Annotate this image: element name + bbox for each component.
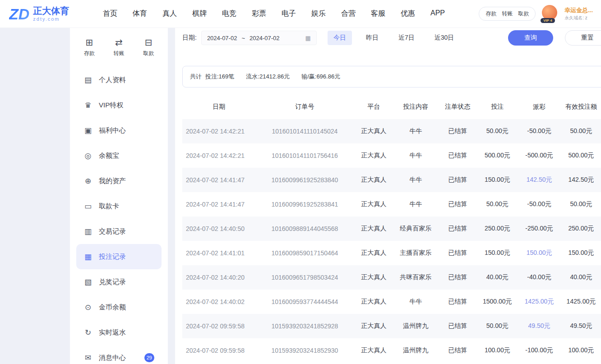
cell-date: 2024-07-02 14:42:21 [182,119,255,143]
cell-valid-amount: 250.00元 [561,217,601,241]
sidebar-item[interactable]: ▤ 个人资料 [76,67,162,92]
cell-payout: -50.00元 [517,119,561,143]
sidebar-item[interactable]: ♛ VIP特权 [76,92,162,118]
nav-item[interactable]: 客服 [371,9,385,18]
nav-item[interactable]: 合营 [341,9,356,18]
sidebar-item[interactable]: ⊙ 金币余额 [76,295,162,320]
table-row: 2024-07-02 14:41:47 1016009961925283841 … [182,192,601,217]
sidebar-item[interactable]: ▥ 交易记录 [76,219,162,244]
sidebar-item-label: 我的资产 [99,177,126,185]
yuebao-icon: ◎ [83,151,92,161]
quick-action-label: 转账 [113,50,124,57]
sidebar-item[interactable]: ⊕ 我的资产 [76,168,162,194]
quick-action[interactable]: ⇄ 转账 [113,38,124,57]
quick-date-ranges: 今日昨日近7日近30日 [328,31,460,45]
table-header-cell: 注单状态 [438,95,477,119]
profile-icon: ▤ [83,75,92,85]
calendar-icon [305,35,311,41]
sidebar-item[interactable]: ▧ 兑奖记录 [76,269,162,295]
wallet-link[interactable]: 取款 [518,10,529,18]
table-header-row: 日期订单号平台投注内容注单状态投注派彩有效投注额 [182,95,601,119]
sidebar-item[interactable]: ◎ 余额宝 [76,143,162,168]
table-header-cell: 平台 [354,95,393,119]
main-nav: 首页体育真人棋牌电竞彩票电子娱乐合营客服优惠APP [103,9,445,18]
nav-item[interactable]: 娱乐 [311,9,326,18]
messages-icon: ✉ [83,353,92,363]
cell-bet-content: 牛牛 [394,119,438,143]
sidebar-item-label: 消息中心 [99,354,126,362]
table-header-cell: 订单号 [255,95,354,119]
cell-order-number: 1016010141110145024 [255,119,354,143]
cell-order-number: 1016009889144045568 [255,217,354,241]
brand-logo-icon: ZD [9,6,29,22]
date-range-button[interactable]: 近30日 [429,31,460,45]
cell-valid-amount: 50.00元 [561,192,601,217]
sidebar-item[interactable]: ▭ 取款卡 [76,194,162,219]
date-range-picker[interactable]: 2024-07-02 ~ 2024-07-02 [201,31,317,45]
page: ZD 正大体育 zdty.com 首页体育真人棋牌电竞彩票电子娱乐合营客服优惠A… [0,0,601,364]
sidebar-item-label: 投注记录 [99,253,126,261]
cell-order-number: 1016009961925283840 [255,168,354,192]
date-range-button[interactable]: 近7日 [393,31,421,45]
vip-badge: VIP 4 [541,18,555,23]
sidebar-item[interactable]: ↻ 实时返水 [76,320,162,345]
nav-item[interactable]: 真人 [162,9,177,18]
sidebar-item-label: VIP特权 [99,101,123,110]
nav-item[interactable]: 彩票 [252,9,266,18]
cell-valid-amount: 100.00元 [561,338,601,363]
cell-status: 已结算 [438,241,477,265]
table-row: 2024-07-02 14:40:50 1016009889144045568 … [182,217,601,241]
nav-item[interactable]: 电子 [282,9,296,18]
bet-records-table: 日期订单号平台投注内容注单状态投注派彩有效投注额 2024-07-02 14:4… [182,95,601,363]
sidebar-item[interactable]: ▣ 福利中心 [76,118,162,143]
table-row: 2024-07-02 09:59:58 1015939203241852930 … [182,338,601,363]
nav-item[interactable]: 首页 [103,9,117,18]
cell-platform: 正大真人 [354,290,393,314]
cell-date: 2024-07-02 14:40:50 [182,217,255,241]
wallet-link[interactable]: 转账 [502,10,513,18]
cell-date: 2024-07-02 14:41:47 [182,168,255,192]
sidebar-item[interactable]: ✉ 消息中心 29 [76,345,162,364]
reset-button[interactable]: 重置 [565,30,601,46]
cell-status: 已结算 [438,265,477,290]
cell-bet-amount: 150.00元 [477,168,517,192]
cell-valid-amount: 142.50元 [561,168,601,192]
cell-date: 2024-07-02 09:59:58 [182,314,255,338]
cell-bet-amount: 50.00元 [477,192,517,217]
cell-order-number: 1016009961925283841 [255,192,354,217]
wallet-link[interactable]: 存款 [485,10,496,18]
table-row: 2024-07-02 14:41:01 1016009859017150464 … [182,241,601,265]
quick-action[interactable]: ⊞ 存款 [84,38,95,57]
nav-item[interactable]: APP [430,9,445,18]
cell-date: 2024-07-02 14:41:01 [182,241,255,265]
withdraw-icon: ⊟ [145,38,153,47]
cell-payout: 150.00元 [517,241,561,265]
date-separator: ~ [241,35,245,41]
cell-valid-amount: 500.00元 [561,143,601,168]
sidebar-item[interactable]: ▦ 投注记录 [76,244,162,269]
cell-platform: 正大真人 [354,192,393,217]
nav-item[interactable]: 电竞 [222,9,236,18]
nav-item[interactable]: 体育 [133,9,147,18]
cell-bet-amount: 500.00元 [477,143,517,168]
date-range-button[interactable]: 昨日 [360,31,384,45]
cell-platform: 正大真人 [354,338,393,363]
table-header-cell: 有效投注额 [561,95,601,119]
date-range-button[interactable]: 今日 [328,31,352,45]
brand-logo[interactable]: ZD 正大体育 zdty.com [9,6,90,22]
cell-status: 已结算 [438,290,477,314]
nav-item[interactable]: 优惠 [401,9,415,18]
table-header-cell: 投注 [477,95,517,119]
bet-records-icon: ▦ [83,252,92,262]
quick-action-label: 取款 [143,50,154,57]
cell-valid-amount: 1425.00元 [561,290,601,314]
query-button[interactable]: 查询 [508,30,553,46]
cell-bet-amount: 50.00元 [477,314,517,338]
transfer-icon: ⇄ [115,38,123,47]
vip-icon: ♛ [83,101,92,110]
quick-action[interactable]: ⊟ 取款 [143,38,154,57]
quick-action-label: 存款 [84,50,95,57]
cell-payout: -250.00元 [517,217,561,241]
nav-item[interactable]: 棋牌 [192,9,207,18]
wallet-quick-links: 存款转账取款 [479,7,536,21]
